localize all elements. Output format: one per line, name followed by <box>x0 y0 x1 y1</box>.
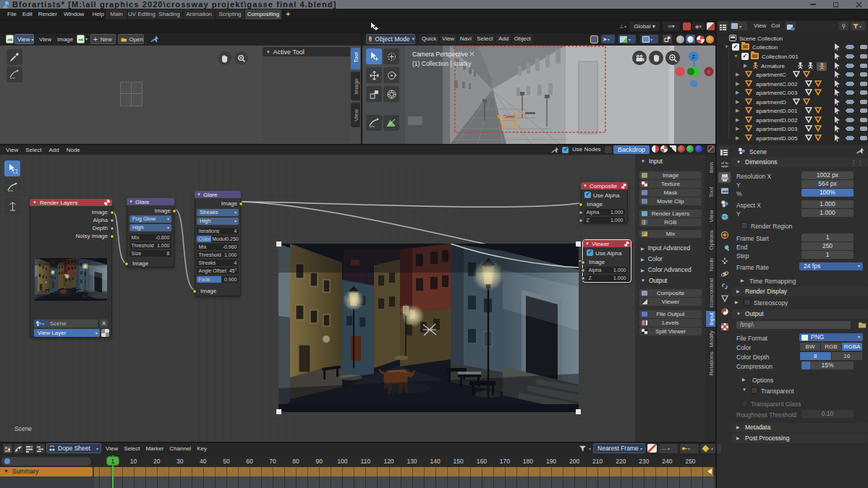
svg-text:X: X <box>707 69 711 74</box>
svg-text:Z: Z <box>692 54 696 59</box>
